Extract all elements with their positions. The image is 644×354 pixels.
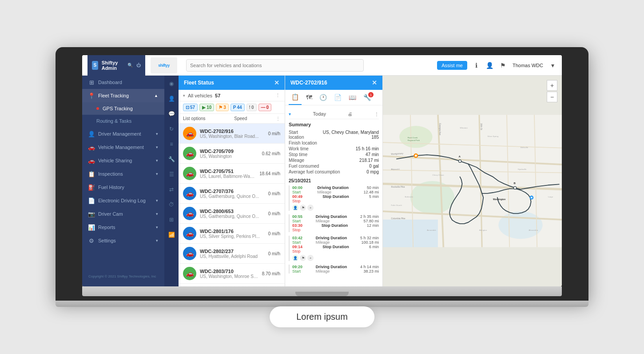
vehicle-info-1: WDC-2702/916 US, Washington, Blair Road.… [200, 129, 265, 139]
status-tab-moving[interactable]: ▶ 10 [199, 104, 214, 111]
status-tab-parked[interactable]: P 44 [231, 104, 245, 111]
fleet-options-icon[interactable]: ⋮ [275, 93, 280, 98]
strip-list-icon[interactable]: ☰ [167, 170, 176, 179]
sidebar-item-dashboard[interactable]: ⊞ Dashboard [82, 76, 164, 89]
user-icon[interactable]: 👤 [486, 61, 494, 69]
zoom-in-button[interactable]: + [547, 80, 557, 91]
svg-point-15 [459, 160, 461, 162]
assist-button[interactable]: Assist me [437, 61, 467, 70]
status-tab-offline[interactable]: — 0 [258, 104, 272, 111]
ticon-alert-3[interactable]: ⚑ [300, 255, 306, 261]
time-2-stop: 03:30 [292, 223, 302, 228]
svg-text:Largo: Largo [548, 196, 553, 198]
ticon-person-1[interactable]: 👤 [292, 205, 298, 211]
user-name: Thomas WDC [513, 63, 543, 68]
vehicle-list: 🚗 WDC-2702/916 US, Washington, Blair Roa… [179, 124, 285, 286]
status-tab-flag[interactable]: ⚑ 3 [216, 104, 229, 111]
collapse-arrow[interactable]: ▾ [289, 112, 291, 117]
ticon-person-3[interactable]: 👤 [292, 255, 298, 261]
flag-icon[interactable]: ⚑ [499, 61, 507, 69]
sidebar-item-reports[interactable]: 📊 Reports ▾ [82, 221, 164, 234]
timeline-icons-1: 👤 ⚑ + [292, 205, 379, 211]
timeline-type-1: Driving Duration [317, 185, 349, 190]
detail-tab-history[interactable]: 🕐 [317, 90, 330, 105]
sidebar-label-driver-cam: Driver Cam [98, 211, 152, 217]
vehicle-sharing-arrow: ▾ [156, 158, 158, 163]
sidebar-item-fuel-history[interactable]: ⛽ Fuel History [82, 181, 164, 194]
svg-point-17 [514, 186, 517, 189]
vehicle-item-7[interactable]: 🚗 WDC-2802/237 US, Hyattsville, Adelphi … [179, 244, 285, 264]
vehicle-item-5[interactable]: 🚗 WDC-2800/653 US, Gaithersburg, Quince … [179, 204, 285, 224]
timeline-row-2b: 03:30 Stop Stop Duration 12 min [292, 223, 379, 232]
detail-tab-clipboard[interactable]: 📋 [289, 90, 302, 105]
strip-wrench-icon[interactable]: 🔧 [167, 155, 176, 164]
sidebar-item-vehicle-sharing[interactable]: 🚗 Vehicle Sharing ▾ [82, 154, 164, 167]
vehicle-info-4: WDC-2707/376 US, Gaithersburg, Quince O.… [200, 189, 265, 199]
vehicle-info-6: WDC-2801/176 US, Silver Spring, Perkins … [200, 229, 265, 239]
svg-text:Hyattsville: Hyattsville [518, 168, 527, 170]
strip-refresh-icon[interactable]: ↻ [167, 125, 176, 133]
strip-history-icon[interactable]: ⏱ [167, 200, 176, 209]
strip-chat-icon[interactable]: 💬 [167, 109, 176, 118]
timeline-desc-2: Driving Duration Mileage [316, 214, 347, 223]
list-options-row: List options Speed ⋮ [179, 114, 285, 124]
sidebar-item-fleet-tracking[interactable]: 📍 Fleet Tracking ▲ [82, 89, 164, 102]
time-4-start-label: Start [292, 269, 302, 274]
strip-activity-icon[interactable]: ◉ [167, 79, 176, 88]
strip-bar-chart-icon[interactable]: 📶 [167, 230, 176, 239]
strip-layers-icon[interactable]: ≡ [167, 140, 176, 149]
vehicle-item-1[interactable]: 🚗 WDC-2702/916 US, Washington, Blair Roa… [179, 124, 285, 144]
search-icon-top[interactable]: 🔍 [127, 63, 133, 68]
fleet-filter-label[interactable]: All vehicles [188, 93, 212, 98]
sidebar-item-settings[interactable]: ⚙ Settings ▾ [82, 234, 164, 247]
sidebar-item-driver-cam[interactable]: 📷 Driver Cam ▾ [82, 207, 164, 221]
list-options-label[interactable]: List options [183, 116, 206, 121]
sidebar-item-inspections[interactable]: 📋 Inspections ▾ [82, 167, 164, 181]
detail-panel-close-icon[interactable]: ✕ [372, 79, 377, 86]
timeline-time-4: 09:20 Start [292, 265, 302, 274]
sidebar-item-edl[interactable]: 📄 Electronic Driving Log ▾ [82, 194, 164, 207]
status-tab-idle[interactable]: ! 0 [246, 104, 257, 111]
sidebar-item-vehicle-management[interactable]: 🚗 Vehicle Management ▾ [82, 141, 164, 154]
dropdown-arrow-icon[interactable]: ▾ [549, 61, 557, 69]
time-1-start-label: Start [292, 190, 302, 194]
sidebar-item-gps-tracking[interactable]: GPS Tracking [82, 102, 164, 115]
strip-grid-icon[interactable]: ⊞ [167, 215, 176, 224]
detail-tab-routes[interactable]: 🗺 [303, 90, 315, 105]
power-icon[interactable]: ⏻ [136, 63, 141, 68]
sidebar-item-driver-management[interactable]: 👤 Driver Management ▾ [82, 127, 164, 141]
info-icon[interactable]: ℹ [473, 61, 481, 69]
topbar-right: Assist me ℹ 👤 ⚑ Thomas WDC ▾ [437, 61, 557, 70]
settings-arrow: ▾ [156, 238, 158, 243]
ticon-add-3[interactable]: + [307, 255, 314, 261]
detail-tab-book[interactable]: 📖 [346, 90, 359, 105]
detail-tab-copy[interactable]: 📄 [331, 90, 344, 105]
section-more-icon[interactable]: ⋮ [374, 112, 379, 117]
timeline-val1-3: 5 h 32 min [360, 236, 379, 240]
vehicle-loc-7: US, Hyattsville, Adelphi Road [200, 254, 265, 259]
sidebar-item-routing-tasks[interactable]: Routing & Tasks [82, 115, 164, 127]
ticon-add-1[interactable]: + [307, 205, 314, 211]
list-more-icon[interactable]: ⋮ [276, 116, 280, 121]
vehicle-item-3[interactable]: 🚗 WDC-2705/751 US, Laurel, Baltimore-Was… [179, 164, 285, 184]
timeline-stop-desc-3: Stop Duration [322, 245, 349, 249]
laptop-screen: S Shiftyy Admin 🔍 ⏻ shiftyy Assis [82, 55, 562, 286]
fleet-panel-close-icon[interactable]: ✕ [274, 79, 279, 86]
svg-text:Wheaton: Wheaton [460, 127, 468, 129]
detail-tab-wrench[interactable]: 🔧 1 [361, 90, 374, 105]
strip-transfer-icon[interactable]: ⇄ [167, 185, 176, 194]
search-input[interactable] [186, 59, 364, 72]
ticon-alert-1[interactable]: ⚑ [300, 205, 306, 211]
time-2-stop-label: Stop [292, 228, 302, 232]
detail-panel-title: WDC-2702/916 [290, 80, 327, 86]
zoom-out-button[interactable]: − [547, 92, 557, 102]
printer-icon[interactable]: 🖨 [348, 112, 352, 117]
vehicle-item-8[interactable]: 🚗 WDC-2803/710 US, Washington, Monroe St… [179, 264, 285, 284]
status-tab-all[interactable]: ⊡ 57 [183, 104, 198, 111]
summary-row-mileage: Mileage 218.17 mi [289, 157, 379, 163]
vehicle-loc-5: US, Gaithersburg, Quince O... [200, 214, 265, 219]
vehicle-item-4[interactable]: 🚗 WDC-2707/376 US, Gaithersburg, Quince … [179, 184, 285, 204]
vehicle-item-6[interactable]: 🚗 WDC-2801/176 US, Silver Spring, Perkin… [179, 224, 285, 244]
vehicle-item-2[interactable]: 🚗 WDC-2705/709 US, Washington 0.62 mi/h [179, 144, 285, 164]
strip-person-icon[interactable]: 👤 [167, 94, 176, 103]
